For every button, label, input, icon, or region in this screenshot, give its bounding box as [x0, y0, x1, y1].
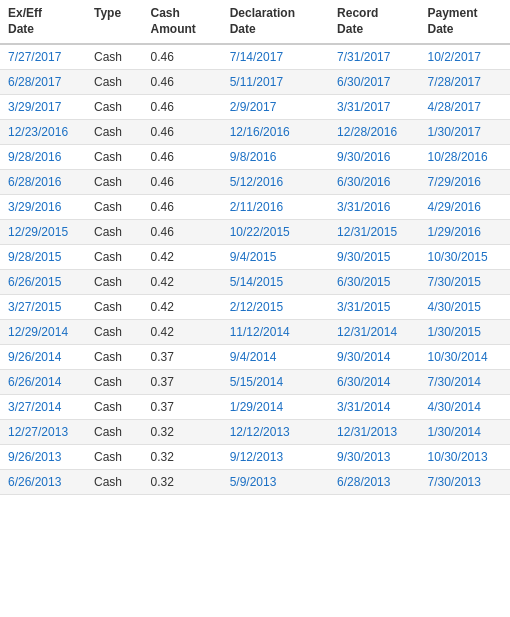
cell-decl: 5/14/2015 [222, 270, 329, 295]
cell-exeff: 9/26/2014 [0, 345, 86, 370]
cell-record: 9/30/2014 [329, 345, 419, 370]
cell-decl: 5/11/2017 [222, 70, 329, 95]
table-row: 6/28/2016Cash0.465/12/20166/30/20167/29/… [0, 170, 510, 195]
cell-type: Cash [86, 220, 143, 245]
cell-exeff: 12/29/2014 [0, 320, 86, 345]
cell-record: 12/31/2013 [329, 420, 419, 445]
table-row: 12/29/2015Cash0.4610/22/201512/31/20151/… [0, 220, 510, 245]
cell-exeff: 6/26/2014 [0, 370, 86, 395]
cell-exeff: 6/26/2015 [0, 270, 86, 295]
cell-payment: 10/30/2014 [420, 345, 510, 370]
cell-decl: 1/29/2014 [222, 395, 329, 420]
cell-record: 3/31/2017 [329, 95, 419, 120]
table-header-row: Ex/EffDate Type CashAmount DeclarationDa… [0, 0, 510, 44]
table-row: 6/26/2015Cash0.425/14/20156/30/20157/30/… [0, 270, 510, 295]
table-row: 3/27/2014Cash0.371/29/20143/31/20144/30/… [0, 395, 510, 420]
cell-payment: 7/28/2017 [420, 70, 510, 95]
header-decl: DeclarationDate [222, 0, 329, 44]
cell-cash: 0.42 [143, 270, 222, 295]
cell-payment: 4/29/2016 [420, 195, 510, 220]
cell-type: Cash [86, 170, 143, 195]
cell-type: Cash [86, 320, 143, 345]
cell-decl: 9/8/2016 [222, 145, 329, 170]
cell-record: 12/31/2015 [329, 220, 419, 245]
cell-cash: 0.46 [143, 44, 222, 70]
cell-exeff: 3/29/2017 [0, 95, 86, 120]
cell-payment: 7/30/2013 [420, 470, 510, 495]
table-row: 9/28/2016Cash0.469/8/20169/30/201610/28/… [0, 145, 510, 170]
cell-record: 6/30/2016 [329, 170, 419, 195]
cell-payment: 10/2/2017 [420, 44, 510, 70]
cell-record: 12/28/2016 [329, 120, 419, 145]
cell-type: Cash [86, 420, 143, 445]
cell-decl: 11/12/2014 [222, 320, 329, 345]
cell-exeff: 9/28/2015 [0, 245, 86, 270]
cell-exeff: 6/26/2013 [0, 470, 86, 495]
cell-record: 9/30/2016 [329, 145, 419, 170]
table-row: 7/27/2017Cash0.467/14/20177/31/201710/2/… [0, 44, 510, 70]
cell-decl: 9/12/2013 [222, 445, 329, 470]
cell-type: Cash [86, 245, 143, 270]
table-row: 6/26/2014Cash0.375/15/20146/30/20147/30/… [0, 370, 510, 395]
cell-exeff: 12/23/2016 [0, 120, 86, 145]
cell-payment: 1/29/2016 [420, 220, 510, 245]
cell-cash: 0.46 [143, 195, 222, 220]
cell-payment: 4/30/2014 [420, 395, 510, 420]
cell-type: Cash [86, 395, 143, 420]
cell-exeff: 3/27/2015 [0, 295, 86, 320]
cell-record: 7/31/2017 [329, 44, 419, 70]
cell-decl: 9/4/2014 [222, 345, 329, 370]
table-row: 12/27/2013Cash0.3212/12/201312/31/20131/… [0, 420, 510, 445]
cell-cash: 0.32 [143, 470, 222, 495]
table-row: 12/23/2016Cash0.4612/16/201612/28/20161/… [0, 120, 510, 145]
cell-payment: 4/28/2017 [420, 95, 510, 120]
cell-cash: 0.42 [143, 245, 222, 270]
cell-type: Cash [86, 270, 143, 295]
cell-decl: 10/22/2015 [222, 220, 329, 245]
header-exeff: Ex/EffDate [0, 0, 86, 44]
header-type: Type [86, 0, 143, 44]
cell-decl: 2/9/2017 [222, 95, 329, 120]
cell-cash: 0.46 [143, 145, 222, 170]
table-row: 3/27/2015Cash0.422/12/20153/31/20154/30/… [0, 295, 510, 320]
cell-cash: 0.42 [143, 320, 222, 345]
cell-cash: 0.46 [143, 120, 222, 145]
cell-payment: 10/28/2016 [420, 145, 510, 170]
cell-payment: 10/30/2013 [420, 445, 510, 470]
cell-type: Cash [86, 445, 143, 470]
header-record: RecordDate [329, 0, 419, 44]
cell-exeff: 6/28/2017 [0, 70, 86, 95]
header-cash: CashAmount [143, 0, 222, 44]
cell-type: Cash [86, 120, 143, 145]
cell-record: 9/30/2015 [329, 245, 419, 270]
cell-payment: 7/30/2014 [420, 370, 510, 395]
cell-decl: 12/12/2013 [222, 420, 329, 445]
cell-cash: 0.46 [143, 170, 222, 195]
cell-cash: 0.37 [143, 345, 222, 370]
cell-type: Cash [86, 145, 143, 170]
cell-exeff: 9/28/2016 [0, 145, 86, 170]
dividends-table: Ex/EffDate Type CashAmount DeclarationDa… [0, 0, 510, 495]
cell-exeff: 6/28/2016 [0, 170, 86, 195]
table-row: 3/29/2016Cash0.462/11/20163/31/20164/29/… [0, 195, 510, 220]
cell-cash: 0.32 [143, 420, 222, 445]
table-row: 9/26/2014Cash0.379/4/20149/30/201410/30/… [0, 345, 510, 370]
cell-type: Cash [86, 95, 143, 120]
cell-cash: 0.46 [143, 95, 222, 120]
cell-payment: 4/30/2015 [420, 295, 510, 320]
cell-record: 3/31/2016 [329, 195, 419, 220]
table-row: 12/29/2014Cash0.4211/12/201412/31/20141/… [0, 320, 510, 345]
cell-cash: 0.46 [143, 70, 222, 95]
cell-cash: 0.46 [143, 220, 222, 245]
header-payment: PaymentDate [420, 0, 510, 44]
cell-record: 6/30/2014 [329, 370, 419, 395]
cell-cash: 0.37 [143, 370, 222, 395]
cell-payment: 7/30/2015 [420, 270, 510, 295]
cell-type: Cash [86, 44, 143, 70]
cell-type: Cash [86, 370, 143, 395]
cell-cash: 0.42 [143, 295, 222, 320]
cell-decl: 9/4/2015 [222, 245, 329, 270]
table-row: 9/26/2013Cash0.329/12/20139/30/201310/30… [0, 445, 510, 470]
cell-payment: 7/29/2016 [420, 170, 510, 195]
cell-payment: 1/30/2017 [420, 120, 510, 145]
